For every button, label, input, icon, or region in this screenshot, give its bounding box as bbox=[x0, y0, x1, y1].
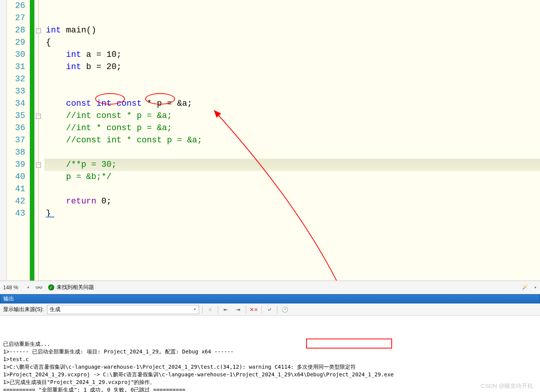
output-line: 1>已完成生成项目"Project_2024_1_29.vcxproj"的操作。 bbox=[3, 378, 537, 386]
output-line: 1>------ 已启动全部重新生成: 项目: Project_2024_1_2… bbox=[3, 348, 537, 355]
code-line[interactable]: //int const * p = &a; bbox=[44, 110, 540, 122]
code-line[interactable]: p = &b;*/ bbox=[44, 171, 540, 183]
editor-status-bar: 148 % ▼ 👓 ✓ 未找到相关问题 🪄 ▼ bbox=[0, 281, 540, 294]
code-line[interactable]: return 0; bbox=[44, 195, 540, 208]
code-line[interactable]: int b = 20; bbox=[44, 61, 540, 73]
output-line: 1>C:\鹏哥c语言暑假集训\c-language-warehouse-1\Pr… bbox=[3, 363, 537, 371]
fold-toggle[interactable]: − bbox=[36, 163, 41, 168]
wand-icon[interactable]: 🪄 bbox=[521, 284, 529, 291]
code-line[interactable]: int a = 10; bbox=[44, 49, 540, 61]
code-line[interactable]: } bbox=[44, 208, 540, 220]
clock-icon[interactable]: 🕐 bbox=[281, 305, 290, 314]
output-panel-header[interactable]: 输出 bbox=[0, 294, 540, 303]
left-margin bbox=[0, 0, 7, 281]
indent-guide bbox=[46, 216, 54, 218]
code-line[interactable]: /**p = 30; bbox=[44, 159, 540, 171]
output-line: 1>test.c bbox=[3, 355, 537, 363]
code-content[interactable]: int main(){ int a = 10; int b = 20; cons… bbox=[44, 0, 540, 281]
check-icon: ✓ bbox=[48, 284, 54, 290]
output-toolbar: 显示输出来源(S): 生成 ▼ ≡ ⇤ ⇥ ✕≡ ⤶ 🕐 bbox=[0, 303, 540, 316]
zoom-control[interactable]: 148 % ▼ bbox=[3, 284, 30, 290]
code-line[interactable]: const int const * p = &a; bbox=[44, 98, 540, 110]
goto-message-icon: ≡ bbox=[206, 305, 215, 314]
code-editor[interactable]: 262728293031323334353637383940414243 −−−… bbox=[0, 0, 540, 281]
code-line[interactable] bbox=[44, 85, 540, 98]
chevron-down-icon: ▼ bbox=[193, 308, 196, 311]
output-source-label: 显示输出来源(S): bbox=[3, 306, 44, 313]
prev-icon[interactable]: ⇤ bbox=[221, 305, 230, 314]
chevron-down-icon[interactable]: ▼ bbox=[27, 286, 30, 289]
output-line: 1>Project_2024_1_29.vcxproj -> C:\鹏哥c语言暑… bbox=[3, 371, 537, 378]
code-line[interactable] bbox=[44, 0, 540, 12]
code-line[interactable] bbox=[44, 147, 540, 159]
output-line: ========== "全部重新生成": 1 成功, 0 失败, 0已跳过 ==… bbox=[3, 386, 537, 392]
status-text: 未找到相关问题 bbox=[57, 284, 94, 291]
output-content[interactable]: 已启动重新生成...1>------ 已启动全部重新生成: 项目: Projec… bbox=[0, 316, 540, 392]
code-line[interactable] bbox=[44, 12, 540, 24]
chevron-down-icon[interactable]: ▼ bbox=[534, 286, 537, 289]
next-icon[interactable]: ⇥ bbox=[234, 305, 243, 314]
fold-toggle[interactable]: − bbox=[36, 28, 41, 33]
code-line[interactable]: int main() bbox=[44, 24, 540, 37]
fold-toggle[interactable]: − bbox=[36, 114, 41, 119]
code-line[interactable]: { bbox=[44, 37, 540, 49]
code-line[interactable]: //const int * const p = &a; bbox=[44, 134, 540, 147]
fold-gutter[interactable]: −−− bbox=[34, 0, 44, 281]
word-wrap-icon[interactable]: ⤶ bbox=[265, 305, 274, 314]
code-line[interactable] bbox=[44, 183, 540, 195]
code-line[interactable]: //int * const p = &a; bbox=[44, 122, 540, 134]
code-line[interactable] bbox=[44, 73, 540, 85]
line-numbers: 262728293031323334353637383940414243 bbox=[7, 0, 30, 220]
output-source-select[interactable]: 生成 ▼ bbox=[47, 305, 199, 314]
glasses-icon[interactable]: 👓 bbox=[35, 284, 43, 291]
change-margin bbox=[30, 0, 34, 281]
clear-icon[interactable]: ✕≡ bbox=[249, 305, 258, 314]
output-line: 已启动重新生成... bbox=[3, 340, 537, 348]
